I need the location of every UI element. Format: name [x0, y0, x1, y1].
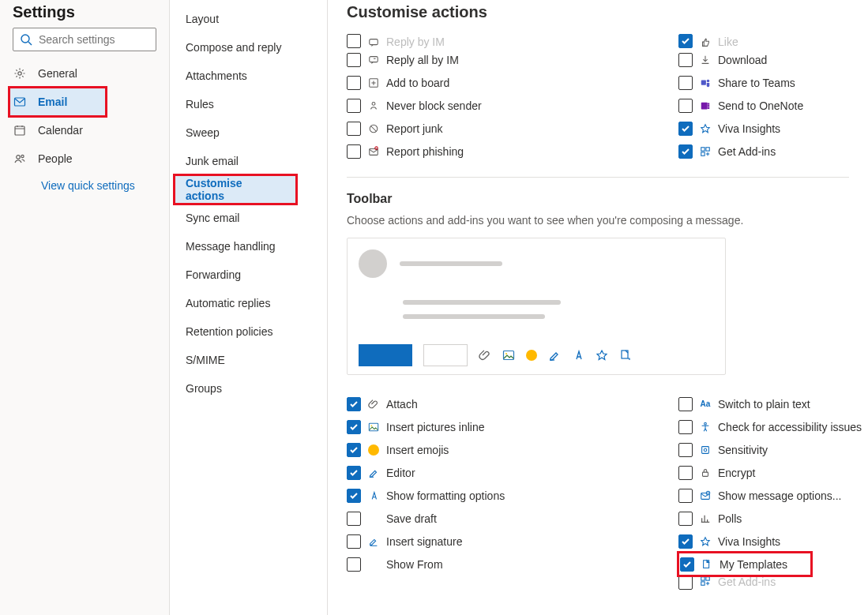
option-label: Viva Insights — [718, 535, 780, 548]
checkbox[interactable] — [678, 53, 693, 67]
subnav-attachments[interactable]: Attachments — [170, 62, 327, 90]
option-show-formatting-options[interactable]: Show formatting options — [347, 484, 647, 507]
nav-email[interactable]: Email — [9, 88, 106, 116]
nav-calendar[interactable]: Calendar — [0, 116, 169, 144]
option-share-to-teams[interactable]: Share to Teams — [678, 71, 868, 94]
option-never-block-sender[interactable]: Never block sender — [347, 94, 647, 117]
view-quick-settings-link[interactable]: View quick settings — [0, 173, 169, 192]
option-label: Report junk — [386, 122, 443, 135]
option-send-to-onenote[interactable]: Send to OneNote — [678, 94, 868, 117]
option-polls[interactable]: Polls — [678, 507, 868, 530]
checkbox[interactable] — [347, 99, 361, 113]
option-insert-signature[interactable]: Insert signature — [347, 530, 647, 553]
subnav-message-handling[interactable]: Message handling — [170, 232, 327, 261]
subnav-sync-email[interactable]: Sync email — [170, 204, 327, 232]
option-report-phishing[interactable]: Report phishing — [347, 140, 647, 163]
subnav-sweep[interactable]: Sweep — [170, 118, 327, 147]
checkbox[interactable] — [347, 443, 361, 457]
checkbox[interactable] — [347, 76, 361, 90]
checkbox[interactable] — [678, 76, 693, 90]
option-sensitivity[interactable]: Sensitivity — [678, 438, 868, 461]
checkbox[interactable] — [347, 466, 361, 480]
option-get-add-ins[interactable]: Get Add-ins — [678, 140, 868, 163]
checkbox[interactable] — [680, 557, 694, 572]
svg-point-5 — [17, 156, 21, 159]
checkbox[interactable] — [678, 489, 693, 503]
subnav-junk-email[interactable]: Junk email — [170, 147, 327, 175]
checkbox[interactable] — [347, 512, 361, 526]
search-input-wrap[interactable] — [13, 28, 156, 51]
checkbox[interactable] — [678, 576, 693, 590]
subnav-forwarding[interactable]: Forwarding — [170, 261, 327, 289]
checkbox[interactable] — [347, 122, 361, 136]
option-encrypt[interactable]: Encrypt — [678, 461, 868, 484]
checkbox[interactable] — [678, 534, 693, 549]
option-reply-all-by-im[interactable]: Reply all by IM — [347, 48, 647, 71]
checkbox[interactable] — [347, 534, 361, 549]
option-like[interactable]: Like — [678, 34, 868, 48]
option-download[interactable]: Download — [678, 48, 868, 71]
checkbox[interactable] — [347, 397, 361, 411]
option-add-to-board[interactable]: Add to board — [347, 71, 647, 94]
option-viva-insights[interactable]: Viva Insights — [678, 117, 868, 140]
option-label: Switch to plain text — [718, 398, 810, 411]
subnav-s-mime[interactable]: S/MIME — [170, 346, 327, 374]
subnav-layout[interactable]: Layout — [170, 5, 327, 33]
emoji-icon — [526, 350, 537, 361]
checkbox[interactable] — [347, 144, 361, 159]
nav-general[interactable]: General — [0, 59, 169, 88]
option-show-message-options-[interactable]: Show message options... — [678, 484, 868, 507]
svg-rect-19 — [708, 107, 710, 108]
option-attach[interactable]: Attach — [347, 392, 647, 415]
picture-icon — [502, 349, 515, 362]
option-label: Get Add-ins — [718, 145, 776, 158]
option-insert-pictures-inline[interactable]: Insert pictures inline — [347, 415, 647, 438]
svg-rect-37 — [701, 582, 705, 585]
option-check-for-accessibility-issues[interactable]: Check for accessibility issues — [678, 415, 868, 438]
checkbox[interactable] — [347, 53, 361, 67]
send-button-placeholder — [359, 344, 412, 366]
option-label: Show message options... — [718, 489, 841, 502]
checkbox[interactable] — [678, 397, 693, 411]
placeholder-line — [400, 261, 502, 266]
checkbox[interactable] — [678, 144, 693, 159]
option-label: Share to Teams — [718, 77, 795, 89]
checkbox[interactable] — [678, 443, 693, 457]
checkbox[interactable] — [678, 466, 693, 480]
checkbox[interactable] — [678, 99, 693, 113]
option-label: Never block sender — [386, 99, 482, 112]
option-insert-emojis[interactable]: Insert emojis — [347, 438, 647, 461]
subnav-compose-and-reply[interactable]: Compose and reply — [170, 33, 327, 62]
option-my-templates[interactable]: My Templates — [678, 553, 811, 576]
checkbox[interactable] — [678, 122, 693, 136]
subnav-groups[interactable]: Groups — [170, 374, 327, 403]
subnav-rules[interactable]: Rules — [170, 90, 327, 118]
option-save-draft[interactable]: Save draft — [347, 507, 647, 530]
search-input[interactable] — [37, 32, 178, 47]
subnav-customise-actions[interactable]: Customise actions — [175, 175, 296, 204]
checkbox[interactable] — [347, 420, 361, 434]
checkbox[interactable] — [347, 34, 361, 48]
checkbox[interactable] — [347, 489, 361, 503]
subnav-retention-policies[interactable]: Retention policies — [170, 317, 327, 346]
svg-rect-26 — [369, 423, 378, 431]
checkbox[interactable] — [678, 420, 693, 434]
option-editor[interactable]: Editor — [347, 461, 647, 484]
option-switch-to-plain-text[interactable]: AaSwitch to plain text — [678, 392, 868, 415]
checkbox[interactable] — [678, 512, 693, 526]
option-icon — [699, 422, 712, 433]
nav-people[interactable]: People — [0, 144, 169, 173]
svg-rect-21 — [706, 147, 709, 150]
option-report-junk[interactable]: Report junk — [347, 117, 647, 140]
subnav-automatic-replies[interactable]: Automatic replies — [170, 289, 327, 317]
svg-point-6 — [21, 155, 24, 157]
checkbox[interactable] — [347, 557, 361, 572]
checkbox[interactable] — [678, 34, 693, 48]
option-icon — [367, 422, 380, 433]
option-icon — [367, 146, 380, 157]
option-show-from[interactable]: Show From — [347, 553, 647, 576]
option-get-add-ins[interactable]: Get Add-ins — [678, 576, 868, 590]
option-viva-insights[interactable]: Viva Insights — [678, 530, 868, 553]
option-icon — [367, 536, 380, 547]
option-reply-by-im[interactable]: Reply by IM — [347, 34, 647, 48]
